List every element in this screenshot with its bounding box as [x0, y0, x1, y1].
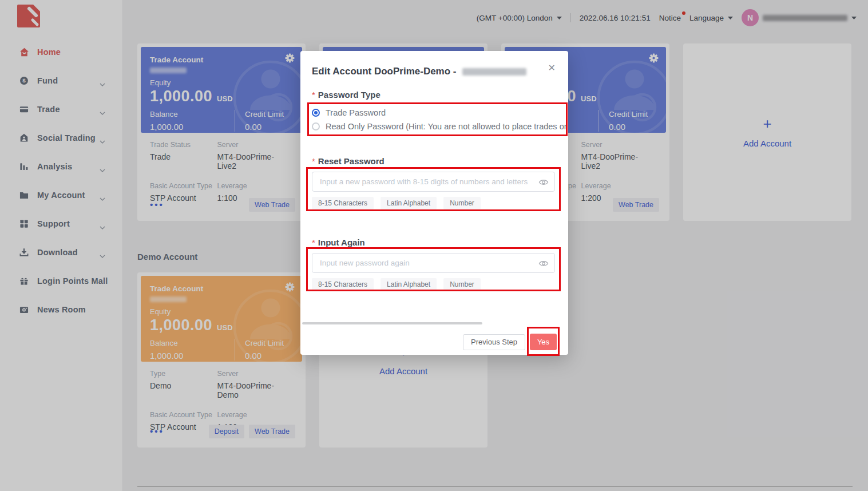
password-rules: 8-15 Characters Latin Alphabet Number	[312, 197, 557, 209]
required-mark: *	[312, 90, 315, 100]
password-type-label: *Password Type	[312, 90, 557, 100]
new-password-input[interactable]	[312, 172, 555, 192]
rule-tag: 8-15 Characters	[312, 197, 374, 209]
rule-tag: 8-15 Characters	[312, 278, 374, 291]
input-again-label: *Input Again	[312, 237, 557, 247]
rule-tag: Number	[443, 278, 481, 291]
eye-icon[interactable]	[538, 178, 549, 188]
modal-title: Edit Account DooPrime-Demo -	[312, 66, 557, 77]
horizontal-scrollbar[interactable]	[302, 322, 482, 324]
previous-step-button[interactable]: Previous Step	[463, 334, 525, 350]
rule-tag: Latin Alphabet	[381, 197, 437, 209]
radio-label: Trade Password	[326, 108, 386, 117]
reset-password-label: *Reset Password	[312, 156, 557, 166]
rule-tag: Latin Alphabet	[381, 278, 437, 291]
confirm-password-input[interactable]	[312, 253, 555, 273]
close-icon[interactable]: ✕	[548, 64, 556, 73]
radio-read-only-password[interactable]: Read Only Password (Hint: You are not al…	[312, 121, 568, 132]
account-number-redacted	[462, 68, 526, 76]
yes-button[interactable]: Yes	[530, 334, 557, 350]
radio-label: Read Only Password (Hint: You are not al…	[326, 122, 568, 131]
required-mark: *	[312, 156, 315, 166]
confirm-password-field	[312, 253, 555, 273]
eye-icon[interactable]	[538, 259, 549, 270]
rule-tag: Number	[443, 197, 481, 209]
radio-selected-icon	[312, 109, 320, 117]
password-rules: 8-15 Characters Latin Alphabet Number	[312, 278, 557, 291]
reset-password-field	[312, 172, 555, 192]
radio-trade-password[interactable]: Trade Password	[312, 107, 568, 118]
required-mark: *	[312, 237, 315, 247]
radio-unselected-icon	[312, 122, 320, 130]
edit-account-modal: Edit Account DooPrime-Demo - ✕ *Password…	[300, 51, 568, 355]
modal-footer: Previous Step Yes	[463, 334, 557, 350]
password-type-radio-group: Trade Password Read Only Password (Hint:…	[312, 107, 568, 132]
